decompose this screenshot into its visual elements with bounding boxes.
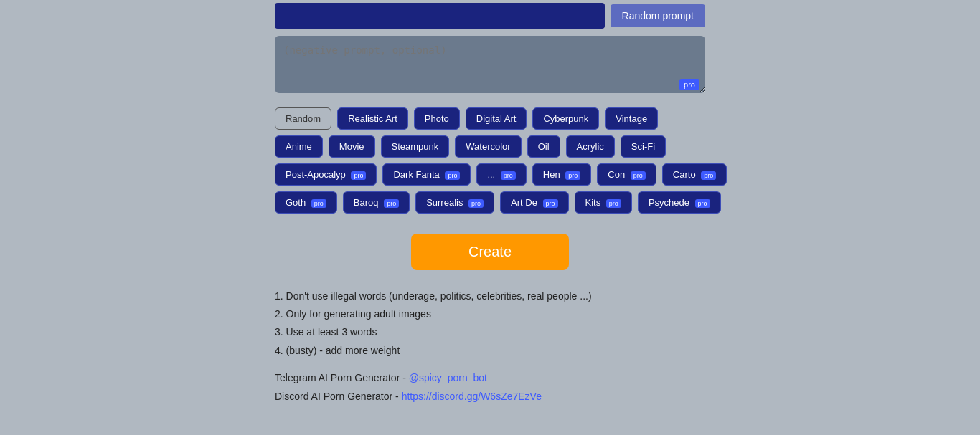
rule-3: 3. Use at least 3 words [275, 323, 705, 341]
pro-tag: pro [468, 199, 484, 208]
pro-tag: pro [631, 171, 646, 180]
pro-tag: pro [565, 171, 580, 180]
style-art-de[interactable]: Art De pro [500, 191, 568, 214]
pro-tag: pro [501, 171, 516, 180]
negative-prompt-wrapper: pro [275, 36, 705, 96]
style-realistic-art[interactable]: Realistic Art [337, 107, 408, 130]
main-prompt-input[interactable] [275, 3, 605, 29]
rules-section: 1. Don't use illegal words (underage, po… [275, 287, 705, 360]
random-prompt-button[interactable]: Random prompt [611, 4, 705, 27]
pro-tag: pro [695, 199, 710, 208]
pro-tag: pro [384, 199, 399, 208]
style-row-1: Random Realistic Art Photo Digital Art C… [275, 107, 705, 130]
style-random[interactable]: Random [275, 107, 331, 130]
pro-tag: pro [351, 171, 366, 180]
style-buttons-section: Random Realistic Art Photo Digital Art C… [275, 107, 705, 219]
style-acrylic[interactable]: Acrylic [566, 135, 615, 158]
telegram-link[interactable]: @spicy_porn_bot [409, 372, 487, 383]
discord-line: Discord AI Porn Generator - https://disc… [275, 387, 705, 406]
style-dark-fanta[interactable]: Dark Fanta pro [382, 163, 471, 186]
pro-tag: pro [543, 199, 558, 208]
style-watercolor[interactable]: Watercolor [455, 135, 521, 158]
style-psychede[interactable]: Psychede pro [638, 191, 721, 214]
discord-label: Discord AI Porn Generator - [275, 391, 402, 402]
style-row-3: Post-Apocalyp pro Dark Fanta pro ... pro… [275, 163, 705, 186]
telegram-line: Telegram AI Porn Generator - @spicy_porn… [275, 368, 705, 388]
style-surrealis[interactable]: Surrealis pro [415, 191, 494, 214]
style-movie[interactable]: Movie [329, 135, 375, 158]
rule-1: 1. Don't use illegal words (underage, po… [275, 287, 705, 305]
discord-link[interactable]: https://discord.gg/W6sZe7EzVe [402, 391, 542, 402]
pro-tag: pro [311, 199, 326, 208]
style-unknown1[interactable]: ... pro [476, 163, 526, 186]
style-digital-art[interactable]: Digital Art [466, 107, 527, 130]
links-section: Telegram AI Porn Generator - @spicy_porn… [275, 368, 705, 406]
rule-2: 2. Only for generating adult images [275, 305, 705, 323]
style-kits[interactable]: Kits pro [575, 191, 632, 214]
style-row-4: Goth pro Baroq pro Surrealis pro Art De … [275, 191, 705, 214]
style-steampunk[interactable]: Steampunk [381, 135, 450, 158]
style-goth[interactable]: Goth pro [275, 191, 337, 214]
pro-badge: pro [679, 79, 699, 90]
style-row-2: Anime Movie Steampunk Watercolor Oil Acr… [275, 135, 705, 158]
negative-prompt-input[interactable] [275, 36, 705, 93]
rule-4: 4. (busty) - add more weight [275, 342, 705, 360]
style-anime[interactable]: Anime [275, 135, 323, 158]
style-carto[interactable]: Carto pro [662, 163, 727, 186]
style-vintage[interactable]: Vintage [605, 107, 658, 130]
style-oil[interactable]: Oil [527, 135, 560, 158]
pro-tag: pro [701, 171, 716, 180]
style-con[interactable]: Con pro [597, 163, 656, 186]
telegram-label: Telegram AI Porn Generator - [275, 372, 409, 383]
style-hen[interactable]: Hen pro [532, 163, 591, 186]
top-prompt-bar: Random prompt [275, 0, 705, 29]
style-baroq[interactable]: Baroq pro [343, 191, 410, 214]
style-photo[interactable]: Photo [414, 107, 460, 130]
pro-tag: pro [445, 171, 460, 180]
pro-tag: pro [606, 199, 621, 208]
create-button[interactable]: Create [411, 234, 569, 270]
style-sci-fi[interactable]: Sci-Fi [621, 135, 666, 158]
style-post-apocalyp[interactable]: Post-Apocalyp pro [275, 163, 377, 186]
style-cyberpunk[interactable]: Cyberpunk [532, 107, 599, 130]
